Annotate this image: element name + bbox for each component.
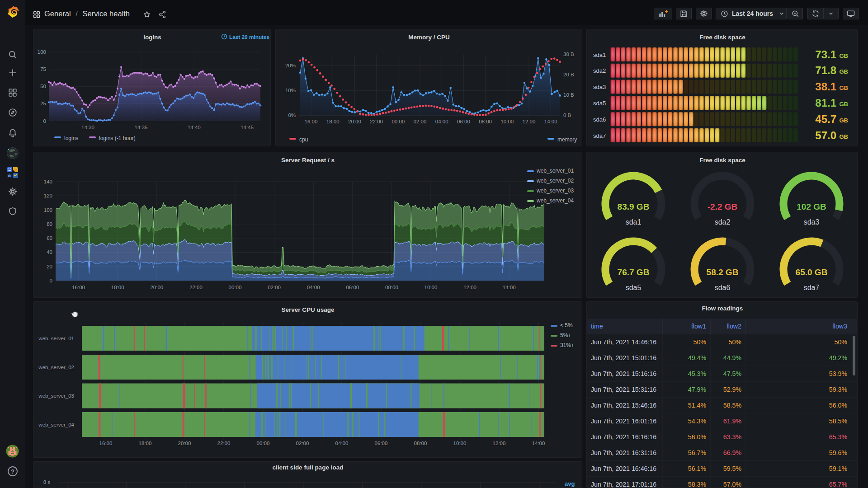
svg-text:web_server_04: web_server_04 [38, 422, 74, 427]
svg-text:web_server_01: web_server_01 [38, 336, 74, 341]
svg-text:81.1: 81.1 [815, 97, 836, 109]
svg-text:20:00: 20:00 [178, 441, 191, 446]
svg-text:83.9 GB: 83.9 GB [618, 202, 650, 211]
svg-text:sda5: sda5 [593, 100, 606, 107]
svg-text:22:00: 22:00 [217, 441, 231, 446]
svg-text:00:00: 00:00 [257, 441, 270, 446]
svg-text:12:00: 12:00 [493, 441, 506, 446]
svg-text:20: 20 [47, 264, 52, 269]
svg-text:Last 20 minutes: Last 20 minutes [229, 34, 270, 40]
svg-text:04:00: 04:00 [335, 441, 349, 446]
svg-text:sda6: sda6 [715, 284, 731, 291]
svg-text:14:45: 14:45 [241, 125, 254, 130]
svg-text:12:00: 12:00 [463, 285, 476, 290]
svg-text:08:00: 08:00 [414, 441, 427, 446]
svg-text:logins: logins [143, 34, 161, 41]
svg-text:31%+: 31%+ [560, 342, 574, 348]
svg-text:40: 40 [47, 249, 52, 255]
svg-text:00:00: 00:00 [392, 119, 405, 124]
svg-text:102 GB: 102 GB [797, 202, 826, 211]
svg-text:logins: logins [64, 135, 78, 141]
svg-text:04:00: 04:00 [435, 119, 448, 124]
svg-text:20:00: 20:00 [348, 119, 361, 124]
svg-text:Server CPU usage: Server CPU usage [281, 306, 335, 313]
svg-text:sda1: sda1 [626, 218, 642, 226]
svg-text:04:00: 04:00 [307, 285, 320, 290]
svg-text:22:00: 22:00 [370, 119, 383, 124]
svg-text:GB: GB [840, 68, 849, 75]
svg-text:14:00: 14:00 [532, 441, 545, 446]
svg-text:20%: 20% [285, 63, 296, 68]
svg-text:Memory / CPU: Memory / CPU [408, 34, 450, 41]
svg-text:web_server_03: web_server_03 [38, 393, 74, 399]
svg-text:22:00: 22:00 [189, 285, 203, 290]
svg-text:5%+: 5%+ [560, 332, 571, 338]
svg-text:GB: GB [840, 117, 849, 124]
svg-text:GB: GB [840, 101, 849, 108]
svg-text:0: 0 [50, 278, 52, 283]
svg-text:08:00: 08:00 [385, 285, 398, 290]
svg-text:02:00: 02:00 [268, 285, 281, 290]
svg-text:?: ? [11, 468, 14, 475]
svg-text:100: 100 [44, 207, 52, 213]
svg-text:14:40: 14:40 [188, 125, 201, 130]
svg-text:76.7 GB: 76.7 GB [618, 267, 650, 277]
svg-text:100: 100 [38, 49, 46, 55]
svg-text:50: 50 [40, 84, 46, 89]
svg-text:logins (-1 hour): logins (-1 hour) [99, 135, 136, 141]
svg-text:Server Request / s: Server Request / s [281, 157, 335, 164]
svg-text:80: 80 [47, 221, 52, 227]
svg-text:avg: avg [565, 480, 575, 487]
svg-text:06:00: 06:00 [457, 119, 470, 124]
svg-text:00:00: 00:00 [229, 285, 242, 290]
svg-text:web_server_01: web_server_01 [536, 168, 574, 174]
svg-text:web_server_04: web_server_04 [536, 197, 574, 204]
svg-text:sda2: sda2 [715, 218, 731, 226]
svg-text:sda7: sda7 [804, 284, 820, 291]
svg-text:sda3: sda3 [593, 84, 606, 90]
svg-text:20 B: 20 B [563, 72, 574, 77]
svg-text:58.2 GB: 58.2 GB [707, 267, 739, 277]
svg-text:38.1: 38.1 [815, 80, 836, 93]
svg-text:8 s: 8 s [43, 479, 51, 485]
svg-text:sda3: sda3 [804, 218, 820, 226]
svg-text:18:00: 18:00 [139, 441, 152, 446]
svg-text:14:35: 14:35 [135, 125, 148, 130]
svg-text:10:00: 10:00 [453, 441, 467, 446]
svg-text:30 B: 30 B [563, 52, 574, 57]
svg-text:10%: 10% [285, 88, 296, 93]
svg-text:web_server_02: web_server_02 [536, 178, 574, 184]
svg-text:10 B: 10 B [563, 92, 574, 98]
svg-text:16:00: 16:00 [99, 441, 113, 446]
svg-text:0: 0 [43, 118, 46, 124]
svg-text:120: 120 [44, 193, 52, 198]
svg-text:memory: memory [557, 136, 577, 143]
svg-text:sda5: sda5 [626, 284, 642, 291]
svg-text:02:00: 02:00 [414, 119, 427, 124]
svg-text:-2.2 GB: -2.2 GB [708, 202, 738, 211]
svg-text:cpu: cpu [299, 136, 308, 143]
svg-text:18:00: 18:00 [326, 119, 340, 124]
svg-text:14:00: 14:00 [503, 285, 516, 290]
svg-text:sda2: sda2 [593, 67, 606, 74]
svg-text:client side full page load: client side full page load [273, 464, 344, 471]
svg-text:06:00: 06:00 [375, 441, 388, 446]
svg-text:14:00: 14:00 [544, 119, 557, 124]
svg-text:60: 60 [47, 235, 52, 241]
svg-text:12:00: 12:00 [523, 119, 536, 124]
svg-text:GB: GB [840, 84, 849, 91]
svg-text:18:00: 18:00 [111, 285, 124, 290]
svg-text:sda7: sda7 [593, 132, 606, 139]
svg-text:< 5%: < 5% [560, 322, 573, 328]
svg-text:sda1: sda1 [593, 52, 606, 58]
svg-text:sda6: sda6 [593, 116, 606, 123]
svg-text:16:00: 16:00 [72, 285, 85, 290]
svg-text:02:00: 02:00 [296, 441, 309, 446]
svg-text:140: 140 [44, 179, 52, 184]
svg-text:65.0 GB: 65.0 GB [796, 267, 828, 277]
svg-text:10:00: 10:00 [425, 285, 438, 290]
svg-text:75: 75 [40, 66, 46, 72]
svg-text:20:00: 20:00 [150, 285, 163, 290]
svg-text:web_server_03: web_server_03 [536, 188, 574, 194]
svg-text:57.0: 57.0 [815, 129, 836, 141]
